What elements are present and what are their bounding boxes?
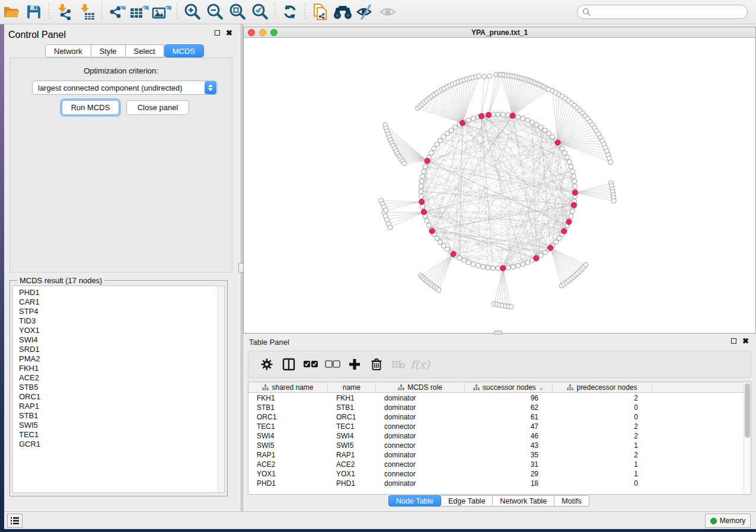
- network-node[interactable]: [436, 287, 441, 292]
- network-node[interactable]: [569, 214, 573, 219]
- network-node[interactable]: [516, 114, 521, 119]
- network-node[interactable]: [435, 142, 439, 147]
- network-node[interactable]: [487, 74, 492, 79]
- export-image-button[interactable]: [151, 2, 173, 22]
- show-all-button[interactable]: [377, 2, 399, 22]
- mcds-hub-node[interactable]: [500, 265, 506, 271]
- network-node[interactable]: [438, 138, 442, 143]
- network-node[interactable]: [534, 122, 539, 127]
- network-node[interactable]: [496, 112, 500, 117]
- mcds-result-list[interactable]: PHD1CAR1STP4TID3YOX1SWI4SRD1PMA2FKH1ACE2…: [12, 286, 225, 493]
- control-panel-close-button[interactable]: ✖: [226, 30, 232, 36]
- mcds-hub-node[interactable]: [566, 219, 572, 225]
- tab-select[interactable]: Select: [126, 44, 164, 57]
- network-node[interactable]: [426, 223, 431, 227]
- network-node[interactable]: [435, 236, 439, 241]
- network-node[interactable]: [608, 160, 613, 165]
- search-input[interactable]: [591, 6, 747, 18]
- network-node[interactable]: [457, 256, 462, 261]
- tab-motifs[interactable]: Motifs: [554, 495, 589, 507]
- mcds-hub-node[interactable]: [571, 203, 576, 208]
- network-node[interactable]: [384, 208, 388, 213]
- network-node[interactable]: [563, 150, 567, 155]
- import-network-button[interactable]: [53, 2, 75, 22]
- network-node[interactable]: [471, 116, 476, 121]
- table-options-button[interactable]: [256, 353, 277, 376]
- import-table-button[interactable]: [75, 2, 98, 22]
- network-node[interactable]: [482, 74, 487, 79]
- table-panel-close-button[interactable]: ✖: [742, 338, 749, 344]
- mcds-result-item[interactable]: SRD1: [19, 345, 224, 354]
- network-node[interactable]: [466, 260, 471, 265]
- table-row[interactable]: FKH1FKH1dominator962: [248, 393, 744, 403]
- column-header-name[interactable]: name: [328, 382, 376, 393]
- mcds-hub-node[interactable]: [419, 199, 425, 204]
- column-header-successor-nodes[interactable]: successor nodes⌄: [465, 382, 553, 393]
- column-header-predecessor-nodes[interactable]: predecessor nodes: [553, 382, 652, 393]
- mcds-hub-node[interactable]: [486, 112, 492, 117]
- table-row[interactable]: PHD1PHD1dominator180: [248, 479, 744, 488]
- network-node[interactable]: [572, 179, 577, 184]
- table-row[interactable]: SWI4SWI4dominator462: [248, 431, 744, 441]
- network-node[interactable]: [388, 225, 393, 230]
- hide-selected-button[interactable]: [354, 2, 377, 22]
- table-row[interactable]: YOX1YOX1connector291: [248, 469, 744, 479]
- mcds-hub-node[interactable]: [429, 229, 435, 234]
- split-panel-button[interactable]: [277, 353, 299, 376]
- mcds-result-item[interactable]: STB5: [19, 383, 224, 392]
- mcds-hub-node[interactable]: [572, 190, 578, 196]
- network-node[interactable]: [419, 194, 423, 199]
- deselect-all-rows-button[interactable]: [321, 353, 343, 376]
- network-node[interactable]: [453, 125, 458, 130]
- network-node[interactable]: [529, 120, 534, 124]
- network-node[interactable]: [476, 264, 480, 268]
- network-node[interactable]: [560, 146, 564, 151]
- add-column-button[interactable]: [343, 353, 365, 376]
- mcds-hub-node[interactable]: [510, 113, 515, 118]
- delete-table-button[interactable]: [387, 353, 409, 376]
- column-header-MCDS-role[interactable]: MCDS role: [376, 382, 465, 393]
- network-node[interactable]: [441, 243, 446, 248]
- first-neighbors-button[interactable]: [331, 2, 354, 22]
- network-node[interactable]: [423, 164, 428, 169]
- network-node[interactable]: [402, 161, 407, 166]
- network-node[interactable]: [569, 164, 573, 169]
- network-node[interactable]: [486, 265, 490, 270]
- column-header-shared-name[interactable]: shared name: [248, 382, 328, 393]
- mcds-result-item[interactable]: FKH1: [19, 364, 224, 373]
- table-row[interactable]: ACE2ACE2connector311: [248, 460, 744, 469]
- network-node[interactable]: [490, 266, 495, 271]
- network-node[interactable]: [445, 131, 449, 136]
- network-node[interactable]: [550, 134, 555, 139]
- network-node[interactable]: [419, 179, 424, 184]
- mcds-hub-node[interactable]: [460, 120, 465, 126]
- memory-button[interactable]: Memory: [705, 514, 751, 528]
- mcds-result-item[interactable]: STP4: [19, 307, 224, 316]
- network-window-titlebar[interactable]: YPA_prune.txt_1: [244, 27, 755, 38]
- save-session-button[interactable]: [23, 2, 45, 22]
- table-row[interactable]: SWI5SWI5connector431: [248, 441, 744, 450]
- table-scrollbar-thumb[interactable]: [745, 383, 750, 438]
- control-panel-float-button[interactable]: [215, 30, 220, 36]
- mcds-result-item[interactable]: SWI5: [19, 421, 224, 430]
- network-node[interactable]: [521, 116, 525, 121]
- network-node[interactable]: [538, 125, 543, 130]
- network-node[interactable]: [567, 159, 572, 164]
- network-node[interactable]: [525, 118, 530, 123]
- tab-network[interactable]: Network: [45, 44, 91, 57]
- mcds-hub-node[interactable]: [479, 114, 484, 119]
- network-node[interactable]: [511, 265, 515, 270]
- network-node[interactable]: [501, 112, 506, 117]
- network-node[interactable]: [429, 150, 433, 155]
- mcds-result-item[interactable]: YOX1: [19, 326, 224, 335]
- mcds-result-item[interactable]: RAP1: [19, 402, 224, 411]
- criterion-select[interactable]: largest connected component (undirected): [32, 81, 218, 95]
- tab-style[interactable]: Style: [91, 44, 126, 57]
- mcds-result-item[interactable]: PHD1: [19, 288, 224, 297]
- tab-network-table[interactable]: Network Table: [493, 495, 554, 507]
- mcds-list-scrollbar[interactable]: [218, 286, 224, 492]
- table-row[interactable]: STB1STB1dominator620: [248, 403, 744, 412]
- network-node[interactable]: [419, 184, 423, 188]
- network-node[interactable]: [432, 146, 436, 151]
- network-node[interactable]: [543, 128, 547, 133]
